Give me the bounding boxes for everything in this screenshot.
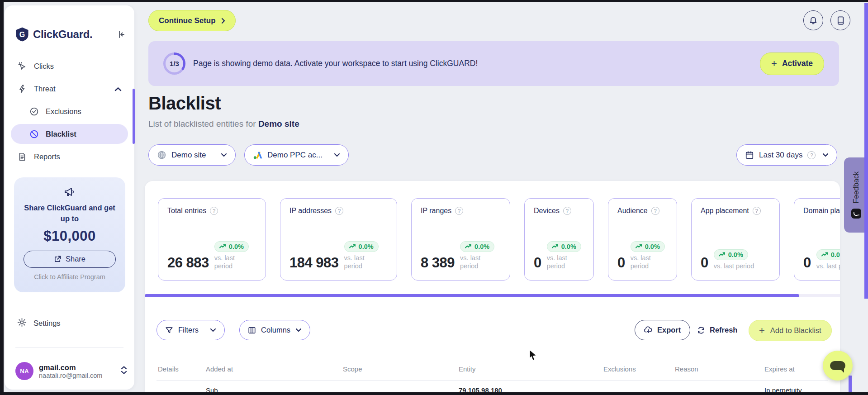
site-selector-value: Demo site <box>171 151 206 160</box>
stat-card-audience: Audience? 0 0.0% vs. last period <box>608 198 677 281</box>
filters-button[interactable]: Filters <box>157 320 225 340</box>
bell-icon <box>809 16 818 25</box>
settings-label: Settings <box>33 319 61 328</box>
add-to-blacklist-label: Add to Blacklist <box>770 326 821 335</box>
secondary-scrollbar[interactable] <box>849 376 852 392</box>
stat-label: IP ranges <box>421 207 451 215</box>
ban-icon <box>29 129 39 139</box>
columns-button[interactable]: Columns <box>239 320 310 340</box>
chevron-down-icon <box>210 328 216 332</box>
help-icon[interactable]: ? <box>455 207 463 215</box>
stat-label: App placement <box>701 207 749 215</box>
date-range-value: Last 30 days <box>759 151 802 160</box>
site-selector[interactable]: Demo site <box>148 144 236 166</box>
add-to-blacklist-button[interactable]: + Add to Blacklist <box>749 320 832 341</box>
cell-entity: 79.105.98.180 <box>459 386 502 392</box>
sidebar-item-exclusions[interactable]: Exclusions <box>11 101 128 121</box>
cursor-click-icon <box>17 61 27 71</box>
setup-progress-step: 1/3 <box>166 55 183 72</box>
stat-value: 8 389 <box>421 255 455 271</box>
gear-icon <box>17 318 27 329</box>
account-switcher[interactable]: NA gmail.com naatali.ro@gmail.com <box>15 358 127 384</box>
divider <box>157 380 828 381</box>
docs-button[interactable] <box>830 10 850 30</box>
help-icon[interactable]: ? <box>335 207 343 215</box>
share-button[interactable]: Share <box>24 251 116 268</box>
help-icon[interactable]: ? <box>753 207 761 215</box>
badge-check-icon <box>29 106 39 116</box>
column-header-exclusions[interactable]: Exclusions <box>603 365 636 373</box>
trend-up-icon <box>636 244 642 249</box>
activate-button[interactable]: + Activate <box>760 52 824 75</box>
refresh-button[interactable]: Refresh <box>697 320 737 340</box>
sidebar-item-reports[interactable]: Reports <box>11 147 128 167</box>
filter-icon <box>165 326 173 334</box>
stat-note: vs. last period <box>631 254 659 270</box>
plus-icon: + <box>771 59 777 69</box>
sidebar-collapse-icon[interactable] <box>115 29 127 40</box>
stat-delta: 0.0% <box>359 243 374 250</box>
sidebar-item-clicks[interactable]: Clicks <box>11 56 128 76</box>
refresh-label: Refresh <box>710 326 737 334</box>
promo-caption[interactable]: Click to Affiliate Program <box>20 273 119 281</box>
stat-label: IP addresses <box>289 207 332 215</box>
chevron-updown-icon <box>121 366 127 376</box>
export-button[interactable]: Export <box>635 320 690 340</box>
column-header-details[interactable]: Details <box>158 365 179 373</box>
banner-message: Page is showing demo data. Activate your… <box>193 59 478 68</box>
trend-up-icon <box>719 252 726 257</box>
help-icon[interactable]: ? <box>651 207 659 215</box>
stat-label: Audience <box>617 207 648 215</box>
logo-text[interactable]: ClickGuard. <box>33 28 92 41</box>
cards-scrollbar[interactable] <box>145 294 799 297</box>
trend-up-icon <box>821 252 828 257</box>
column-header-added-at[interactable]: Added at <box>206 365 233 373</box>
sidebar-item-label: Clicks <box>34 62 54 71</box>
stat-card-ip-ranges: IP ranges? 8 389 0.0% vs. last period <box>411 198 510 281</box>
stat-card-total-entries: Total entries? 26 883 0.0% vs. last peri… <box>158 198 266 281</box>
divider <box>15 347 123 347</box>
sidebar-item-settings[interactable]: Settings <box>17 318 61 329</box>
stat-value: 0 <box>701 255 708 271</box>
trend-up-icon <box>349 244 356 249</box>
stat-value: 0 <box>534 255 541 271</box>
stat-value: 0 <box>803 255 811 271</box>
column-header-expires-at[interactable]: Expires at <box>764 365 795 373</box>
sidebar-item-blacklist[interactable]: Blacklist <box>11 124 128 144</box>
help-icon[interactable]: ? <box>210 207 218 215</box>
subtitle-prefix: List of blacklisted entities for <box>148 119 258 128</box>
sidebar-item-threat[interactable]: Threat <box>11 79 128 99</box>
clickguard-logo-icon: G <box>15 27 29 42</box>
blacklist-panel: Total entries? 26 883 0.0% vs. last peri… <box>145 181 840 392</box>
stat-note: vs. last period <box>214 254 243 270</box>
avatar: NA <box>15 362 33 380</box>
stat-cards-row: Total entries? 26 883 0.0% vs. last peri… <box>158 198 840 281</box>
stat-delta: 0.0% <box>831 251 840 258</box>
chat-bubble-icon <box>830 361 845 370</box>
date-range-selector[interactable]: Last 30 days ? <box>736 144 837 166</box>
share-button-label: Share <box>66 255 85 263</box>
lightning-icon <box>17 84 27 94</box>
column-header-scope[interactable]: Scope <box>343 365 362 373</box>
page-subtitle: List of blacklisted entities for Demo si… <box>148 119 299 129</box>
help-icon[interactable]: ? <box>563 207 571 215</box>
chevron-right-icon <box>221 18 225 24</box>
notifications-button[interactable] <box>803 10 823 30</box>
google-ads-icon <box>253 151 262 159</box>
column-header-reason[interactable]: Reason <box>675 365 698 373</box>
chevron-down-icon <box>295 328 302 332</box>
cell-added-at: Sub <box>206 386 218 392</box>
stat-note: vs. last period <box>714 262 754 270</box>
ppc-account-selector[interactable]: Demo PPC ac... <box>244 144 349 166</box>
sidebar-scrollbar[interactable] <box>133 89 135 144</box>
continue-setup-button[interactable]: Continue Setup <box>148 10 236 31</box>
cloud-download-icon <box>644 326 653 334</box>
window-edge <box>0 0 4 395</box>
stat-card-domain-placement: Domain placement? 0 0.0% vs. last period <box>794 198 840 281</box>
filters-label: Filters <box>178 326 199 334</box>
column-header-entity[interactable]: Entity <box>459 365 476 373</box>
page-scrollbar[interactable] <box>864 3 868 299</box>
chat-launcher-button[interactable] <box>823 351 853 381</box>
date-help-icon[interactable]: ? <box>807 151 816 159</box>
subtitle-site-name: Demo site <box>258 119 299 128</box>
